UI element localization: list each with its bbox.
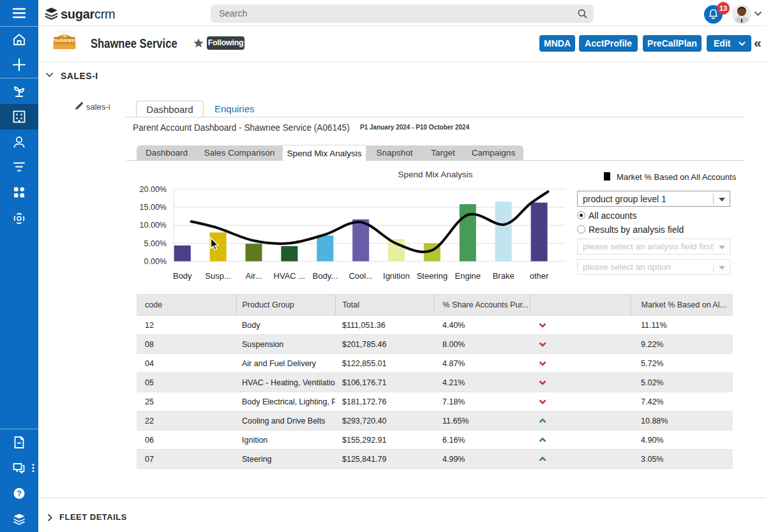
svg-text:Steering: Steering xyxy=(417,271,447,281)
svg-text:20.00%: 20.00% xyxy=(140,185,167,194)
svg-text:Brake: Brake xyxy=(493,271,514,281)
svg-text:15.00%: 15.00% xyxy=(140,203,167,212)
svg-text:?: ? xyxy=(17,489,22,498)
svg-text:other: other xyxy=(530,271,549,281)
svg-text:Spend Mix Analysis: Spend Mix Analysis xyxy=(398,170,472,179)
svg-text:Air...: Air... xyxy=(245,271,262,281)
svg-text:5.00%: 5.00% xyxy=(144,239,167,248)
svg-text:Cool...: Cool... xyxy=(349,271,373,281)
svg-text:Engine: Engine xyxy=(455,271,481,281)
svg-text:SHAWNEE: SHAWNEE xyxy=(54,38,75,43)
svg-text:0.00%: 0.00% xyxy=(144,257,167,266)
svg-text:10.00%: 10.00% xyxy=(140,221,167,230)
svg-text:Susp...: Susp... xyxy=(205,271,230,281)
svg-text:HVAC ...: HVAC ... xyxy=(274,271,306,281)
svg-text:Body: Body xyxy=(173,271,192,281)
svg-text:Ignition: Ignition xyxy=(383,271,410,281)
svg-text:Body...: Body... xyxy=(313,271,338,281)
